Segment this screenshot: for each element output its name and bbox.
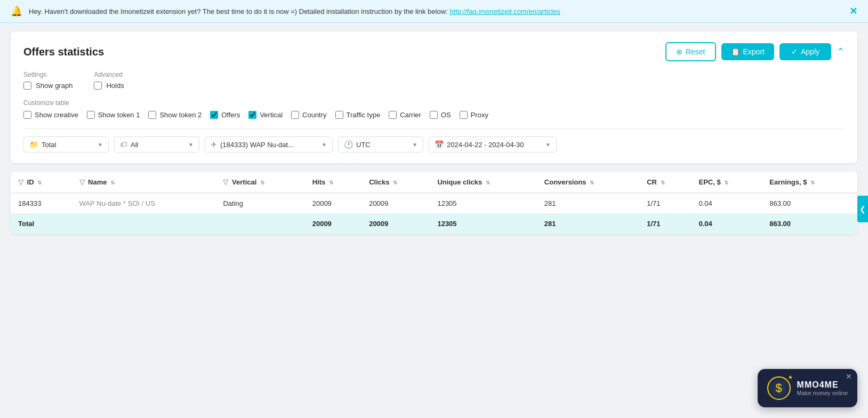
total-vertical-empty [215,214,304,234]
check-icon: ✓ [791,47,798,56]
filter-th-icon: ▽ [18,178,23,186]
notification-bar: 🔔 Hey. Haven't downloaded the Imonetizei… [0,0,868,23]
vertical-checkbox[interactable] [248,111,256,119]
cell-unique-clicks: 12305 [430,193,536,214]
notification-link[interactable]: http://faq.imonetizeit.com/en/articles [449,7,560,15]
header-actions: ⊗ Reset 📋 Export ✓ Apply ⌃ [665,42,845,61]
tag-filter[interactable]: 🏷 All ▼ [114,136,199,152]
notification-text: Hey. Haven't downloaded the Imonetizeit … [29,7,843,15]
col-epc[interactable]: EPC, $ ⇅ [691,172,762,193]
main-container: Offers statistics ⊗ Reset 📋 Export ✓ App… [0,23,868,243]
customize-carrier[interactable]: Carrier [389,111,421,119]
page-title: Offers statistics [23,46,104,58]
timezone-filter[interactable]: 🕐 UTC ▼ [338,136,423,152]
total-clicks: 20009 [361,214,430,234]
sort-clicks-icon: ⇅ [393,180,397,186]
show-graph-checkbox[interactable] [23,82,31,90]
reset-button[interactable]: ⊗ Reset [665,42,716,61]
country-checkbox[interactable] [291,111,299,119]
export-button[interactable]: 📋 Export [721,43,774,60]
sort-earnings-icon: ⇅ [810,180,815,186]
offer-filter[interactable]: ✈ (184333) WAP Nu-dat... ▼ [205,136,333,152]
sort-cr-icon: ⇅ [661,180,665,186]
apply-button[interactable]: ✓ Apply [779,43,831,60]
chevron-down-icon: ▼ [98,142,103,148]
data-table-card: ▽ ID ⇅ ▽ Name ⇅ ▽ Vertical ⇅ [11,172,857,234]
col-id[interactable]: ▽ ID ⇅ [11,172,72,193]
sort-name-icon: ⇅ [110,180,115,186]
proxy-checkbox[interactable] [460,111,468,119]
col-cr[interactable]: CR ⇅ [639,172,691,193]
customize-show-token1[interactable]: Show token 1 [87,111,140,119]
sort-conversions-icon: ⇅ [590,180,594,186]
traffic-type-checkbox[interactable] [335,111,343,119]
cell-hits: 20009 [305,193,361,214]
advanced-group: Advanced Holds [94,71,124,90]
filter-name-icon: ▽ [79,178,85,186]
customize-country[interactable]: Country [291,111,327,119]
show-creative-checkbox[interactable] [23,111,31,119]
show-token1-checkbox[interactable] [87,111,95,119]
customize-offers[interactable]: Offers [210,111,240,119]
sort-id-icon: ⇅ [37,180,42,186]
col-earnings[interactable]: Earnings, $ ⇅ [762,172,857,193]
total-unique-clicks: 12305 [430,214,536,234]
cell-clicks: 20009 [361,193,430,214]
cell-cr: 1/71 [639,193,691,214]
close-notification-icon[interactable]: ✕ [849,5,857,17]
group-filter[interactable]: 📁 Total ▼ [23,136,109,152]
cell-conversions: 281 [537,193,639,214]
cell-epc: 0.04 [691,193,762,214]
customize-show-token2[interactable]: Show token 2 [148,111,202,119]
clock-icon: 🕐 [344,140,353,149]
col-clicks[interactable]: Clicks ⇅ [361,172,430,193]
bell-icon: 🔔 [11,5,22,17]
col-name[interactable]: ▽ Name ⇅ [72,172,216,193]
customize-show-creative[interactable]: Show creative [23,111,78,119]
customize-os[interactable]: OS [430,111,451,119]
col-unique-clicks[interactable]: Unique clicks ⇅ [430,172,536,193]
col-vertical[interactable]: ▽ Vertical ⇅ [215,172,304,193]
show-token2-checkbox[interactable] [148,111,156,119]
cell-id: 184333 [11,193,72,214]
show-graph-checkbox-row[interactable]: Show graph [23,82,73,90]
customize-proxy[interactable]: Proxy [460,111,488,119]
customize-vertical[interactable]: Vertical [248,111,283,119]
carrier-checkbox[interactable] [389,111,397,119]
customize-traffic-type[interactable]: Traffic type [335,111,381,119]
sort-vertical-icon: ⇅ [260,180,264,186]
col-conversions[interactable]: Conversions ⇅ [537,172,639,193]
sidebar-arrow[interactable]: ❮ [857,196,868,222]
holds-checkbox-row[interactable]: Holds [94,82,124,90]
chevron-down-icon-3: ▼ [322,142,327,148]
filter-vertical-icon: ▽ [223,178,228,186]
col-hits[interactable]: Hits ⇅ [305,172,361,193]
statistics-table: ▽ ID ⇅ ▽ Name ⇅ ▽ Vertical ⇅ [11,172,857,234]
holds-checkbox[interactable] [94,82,102,90]
chevron-down-icon-5: ▼ [545,142,551,148]
sort-hits-icon: ⇅ [329,180,333,186]
total-conversions: 281 [537,214,639,234]
cell-earnings: 863.00 [762,193,857,214]
total-row: Total 20009 20009 12305 281 1/71 0.04 86… [11,214,857,234]
date-filter[interactable]: 📅 2024-04-22 - 2024-04-30 ▼ [429,136,557,152]
table-row: 184333 WAP Nu-date * SOI / US Dating 200… [11,193,857,214]
offer-icon: ✈ [211,140,217,149]
cell-name: WAP Nu-date * SOI / US [72,193,216,214]
sort-unique-clicks-icon: ⇅ [486,180,490,186]
collapse-button[interactable]: ⌃ [837,46,845,58]
settings-section: Settings Show graph Advanced Holds [23,71,845,90]
total-earnings: 863.00 [762,214,857,234]
chevron-down-icon-4: ▼ [412,142,417,148]
filter-row: 📁 Total ▼ 🏷 All ▼ ✈ (184333) WAP Nu-dat.… [23,136,845,152]
os-checkbox[interactable] [430,111,438,119]
table-header-row: ▽ ID ⇅ ▽ Name ⇅ ▽ Vertical ⇅ [11,172,857,193]
total-epc: 0.04 [691,214,762,234]
customize-section: Customize table Show creative Show token… [23,99,845,119]
customize-checkboxes: Show creative Show token 1 Show token 2 … [23,111,845,119]
reset-icon: ⊗ [676,47,682,56]
offers-checkbox[interactable] [210,111,218,119]
chevron-down-icon-2: ▼ [188,142,194,148]
total-cr: 1/71 [639,214,691,234]
cell-vertical: Dating [215,193,304,214]
